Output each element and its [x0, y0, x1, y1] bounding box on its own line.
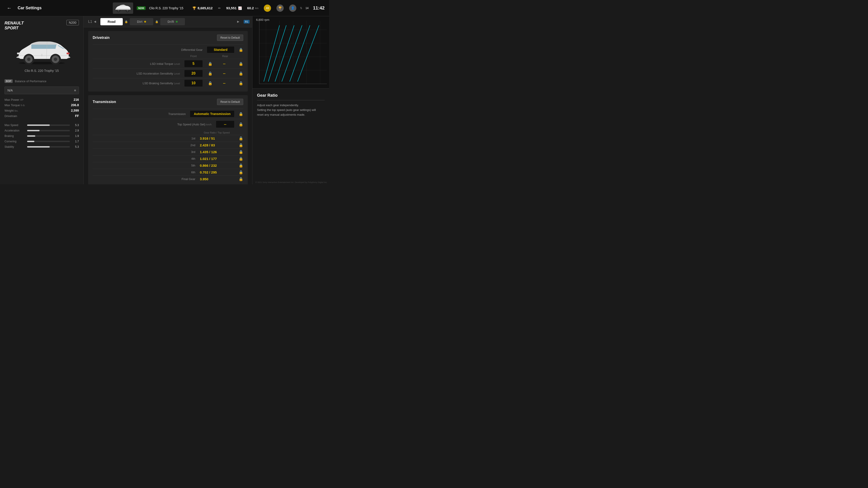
- gear-lock-2: 🔒: [239, 150, 243, 154]
- perf-label-2: Braking: [4, 134, 25, 138]
- lsd-accel-label: LSD Acceleration Sensitivity Level: [93, 72, 184, 75]
- diff-gear-lock: 🔒: [239, 48, 243, 52]
- lsd-accel-values: 20 🔒 -- 🔒: [184, 70, 243, 77]
- dropdown-icon: ≡: [74, 89, 76, 92]
- perf-bar-row-0: Max Speed 5.3: [4, 124, 79, 127]
- lsd-initial-front: 5: [184, 60, 203, 67]
- perf-bar-bg-0: [27, 125, 70, 126]
- drivetrain-row: Drivetrain FF: [4, 114, 79, 118]
- perf-bar-bg-2: [27, 135, 70, 137]
- perf-bar-row-1: Acceleration 2.9: [4, 129, 79, 132]
- lsd-initial-values: 5 🔒 -- 🔒: [184, 60, 243, 67]
- na-dropdown[interactable]: N/A ≡: [4, 87, 79, 94]
- diff-gear-row: Differential Gear Standard 🔒: [93, 44, 243, 55]
- perf-label-1: Acceleration: [4, 129, 25, 132]
- tab-drift[interactable]: Drift: [160, 18, 185, 25]
- bop-section: BOP Balance of Performance: [4, 79, 79, 83]
- n200-badge: N200: [66, 20, 79, 25]
- drivetrain-title: Drivetrain: [93, 36, 110, 40]
- lsd-initial-rear-lock: 🔒: [239, 62, 243, 66]
- mileage-value: 93,551: [226, 6, 237, 10]
- level-number: 14: [305, 6, 308, 10]
- car-name-top: Clio R.S. 220 Trophy '15: [149, 6, 183, 10]
- lsd-accel-rear-lock: 🔒: [239, 71, 243, 76]
- tab-road-label: Road: [107, 20, 116, 24]
- lsd-initial-front-lock: 🔒: [208, 62, 213, 66]
- gear-value-5: 0.702 / 295: [200, 170, 236, 174]
- perf-bar-fill-4: [27, 146, 50, 148]
- car-image: [113, 2, 133, 14]
- svg-rect-13: [17, 53, 20, 54]
- back-button[interactable]: ←: [4, 4, 14, 12]
- tab-dirt[interactable]: Dirt: [130, 18, 153, 25]
- perf-val-1: 2.9: [72, 129, 79, 132]
- lsd-brake-front-lock: 🔒: [208, 81, 213, 86]
- perf-bar-bg-3: [27, 141, 70, 142]
- gear-ratio-desc-line1: Adjust each gear independently.: [257, 103, 324, 108]
- gear-label-2: 3rd: [93, 150, 200, 154]
- distance-unit: km: [255, 7, 258, 9]
- gear-label-0: 1st: [93, 137, 200, 140]
- svg-point-9: [27, 58, 31, 61]
- perf-bar-fill-2: [27, 135, 35, 137]
- gear-ratio-desc-line2: Setting the top speed (auto gear setting…: [257, 108, 324, 112]
- gear-ratio-subheader: Gear Ratio / Top Speed: [93, 131, 243, 134]
- gear-row-0: 1st 3.916 / 51 🔒: [93, 135, 243, 142]
- distance-value: 60.2: [247, 6, 254, 10]
- tab-road[interactable]: Road: [100, 18, 123, 25]
- settings-scroll[interactable]: Drivetrain Reset to Default Differential…: [84, 27, 252, 184]
- trophy-icon: 🏆: [276, 4, 284, 12]
- perf-bar-row-4: Stability 5.3: [4, 145, 79, 149]
- gear-value-3: 1.021 / 177: [200, 157, 236, 161]
- gear-lock-0: 🔒: [239, 136, 243, 140]
- gear-value-1: 2.428 / 83: [200, 143, 236, 147]
- transmission-type-label: Transmission: [93, 112, 190, 116]
- perf-val-3: 1.7: [72, 140, 79, 143]
- tab-prev-btn[interactable]: L1 ◄: [86, 19, 98, 25]
- perf-val-2: 1.9: [72, 134, 79, 138]
- bop-badge: BOP: [4, 79, 13, 83]
- drivetrain-reset-btn[interactable]: Reset to Default: [217, 35, 243, 41]
- gear-lock-3: 🔒: [239, 157, 243, 161]
- perf-bar-fill-3: [27, 141, 34, 142]
- perf-bar-row-3: Cornering 1.7: [4, 140, 79, 143]
- transmission-reset-btn[interactable]: Reset to Default: [217, 99, 243, 105]
- drivetrain-value: FF: [65, 114, 79, 118]
- edit-icon: ✏: [218, 6, 221, 10]
- gear-lock-1: 🔒: [239, 143, 243, 147]
- transmission-type-value: Automatic Transmission: [190, 111, 234, 117]
- edit-icon-stat: ✏: [218, 6, 221, 10]
- lsd-brake-label: LSD Braking Sensitivity Level: [93, 82, 184, 85]
- max-torque-label: Max Torque ft-lb: [4, 103, 25, 107]
- perf-bar-fill-0: [27, 125, 50, 126]
- top-speed-label: Top Speed (Auto Set) km/h: [93, 123, 216, 126]
- sort-icon: ⇅: [300, 6, 302, 10]
- gear-value-2: 1.435 / 126: [200, 150, 236, 154]
- gear-value-4: 0.866 / 232: [200, 164, 236, 167]
- perf-bars: Max Speed 5.3 Acceleration 2.9 Braking 1…: [4, 123, 79, 149]
- right-panel: 6,800 rpm: [252, 16, 329, 184]
- credits-icon: 🏆: [192, 6, 196, 10]
- car-badge-top: N200: [137, 6, 145, 10]
- copyright: © 2021 Sony Interactive Entertainment In…: [255, 181, 327, 184]
- lsd-initial-label: LSD Initial Torque Level: [93, 62, 184, 66]
- top-speed-row: Top Speed (Auto Set) km/h -- 🔒: [93, 119, 243, 129]
- gear-label-4: 5th: [93, 164, 200, 167]
- settings-profile-icon: 👤: [289, 4, 296, 12]
- weight-label: Weight lbs.: [4, 109, 18, 112]
- tab-next-btn[interactable]: ►: [235, 19, 242, 25]
- gear-rows: 1st 3.916 / 51 🔒 2nd 2.428 / 83 🔒 3rd 1.…: [93, 135, 243, 182]
- perf-val-4: 5.3: [72, 145, 79, 149]
- svg-point-12: [54, 58, 57, 61]
- drivetrain-label: Drivetrain: [4, 114, 17, 118]
- gear-label-1: 2nd: [93, 143, 200, 147]
- top-stats: 🏆 8,685,612 ✏ 93,551 📈 60.2 km 48 🏆 👤: [192, 4, 297, 12]
- rear-label: Rear: [216, 55, 234, 58]
- mileage-stat: 93,551 📈: [226, 6, 242, 10]
- max-power-label: Max Power HP: [4, 98, 24, 101]
- top-right-extras: ⇅ 14: [300, 6, 308, 10]
- gear-row-3: 4th 1.021 / 177 🔒: [93, 155, 243, 162]
- lsd-brake-values: 10 🔒 -- 🔒: [184, 80, 243, 87]
- gear-row-4: 5th 0.866 / 232 🔒: [93, 162, 243, 169]
- lsd-accel-row: LSD Acceleration Sensitivity Level 20 🔒 …: [93, 68, 243, 78]
